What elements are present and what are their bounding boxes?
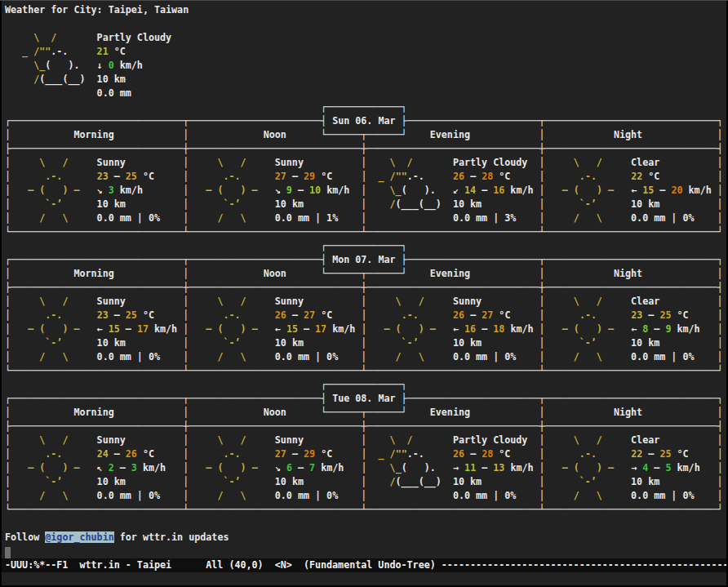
- emacs-buffer[interactable]: Weather for City: Taipei, Taiwan \ / Par…: [2, 1, 726, 558]
- text-run: ──────────────────────────────: [545, 282, 717, 293]
- text-run: °C │: [493, 309, 544, 321]
- text-run: 16: [464, 323, 476, 335]
- text-run: °C │: [315, 448, 366, 460]
- text-run: `-’: [545, 198, 597, 210]
- text-run: km/h │: [504, 462, 544, 474]
- text-run: ──────────────────────────────: [545, 115, 717, 127]
- text-run: ┴: [539, 365, 544, 376]
- text-run: 10 km │: [241, 476, 367, 487]
- text-run: │: [114, 268, 264, 279]
- page-title: Weather for City: Taipei, Taiwan: [5, 4, 189, 16]
- text-run: 0.0 mm | 0% │: [366, 490, 544, 501]
- text-run: \ /: [11, 157, 68, 168]
- text-run: for wttr.in updates: [114, 531, 229, 543]
- text-run: 10 km │: [419, 337, 545, 349]
- text-run: ↘: [258, 462, 286, 474]
- text-run: /: [366, 476, 395, 487]
- terminal-line: │ \ / Sunny │ \ / Sunny │ \ / Partly Clo…: [5, 434, 726, 447]
- text-run: ― ( ) ―: [189, 462, 257, 474]
- text-run: ― ( ) ―: [189, 185, 257, 196]
- text-run: [597, 448, 631, 460]
- text-run: │: [470, 407, 614, 418]
- text-run: 0.0 mm | 0% │: [246, 490, 367, 501]
- text-run: –: [109, 309, 126, 321]
- text-run: / \: [545, 351, 602, 362]
- text-run: Clear │: [602, 434, 723, 446]
- text-run: │: [5, 351, 11, 362]
- text-run: \ /: [366, 296, 424, 307]
- text-run: 0.0 mm | 0% │: [602, 351, 723, 362]
- text-run: °C │: [137, 171, 189, 182]
- text-run: ┤: [717, 420, 723, 432]
- text-run: 29: [304, 171, 315, 182]
- text-run: ― ( ) ―: [189, 323, 257, 335]
- text-run: \ /: [366, 434, 412, 446]
- terminal-line: _ /"".-. 21 °C: [5, 45, 726, 59]
- text-run: `-’: [366, 337, 418, 349]
- text-run: │: [5, 448, 11, 460]
- forecast-date: Tue 08. Mar: [326, 393, 401, 404]
- text-run: ──────────────────────────────: [11, 226, 183, 238]
- text-run: 10: [309, 185, 321, 196]
- text-run: ───────────────────────: [407, 254, 539, 265]
- text-run: \ /: [545, 296, 602, 307]
- text-run: └: [5, 226, 11, 238]
- text-run: km/h │: [315, 462, 366, 474]
- text-run: °C │: [672, 448, 723, 460]
- text-run: km/h │: [326, 323, 366, 335]
- text-run: ──────────────────────────────: [189, 143, 361, 154]
- terminal-line: │ `-’ 10 km │ `-’ 10 km │ /(___(__) 10 k…: [5, 198, 726, 211]
- text-run: `-’: [545, 337, 597, 349]
- text-run: ┼: [539, 143, 544, 154]
- text-run: ( ). ↙: [402, 185, 464, 196]
- text-run: 26: [126, 448, 137, 460]
- terminal-line: │ .-. 24 – 26 °C │ .-. 27 – 29 °C │ _ /"…: [5, 447, 726, 461]
- text-run: ( ). →: [402, 462, 464, 474]
- text-run: 0.0 mm | 0% │: [424, 351, 545, 362]
- text-cursor: [5, 547, 11, 558]
- text-run: / \: [366, 351, 424, 362]
- text-run: 11: [464, 462, 476, 474]
- text-run: └──────┬──────┘: [286, 407, 430, 418]
- text-run: 27: [275, 448, 286, 460]
- text-run: ───────────────────────: [189, 254, 321, 265]
- text-run: \ /: [189, 157, 246, 168]
- text-run: –: [648, 462, 665, 474]
- text-run: 15: [109, 323, 120, 335]
- text-run: \_: [366, 185, 401, 196]
- text-run: \ /: [189, 434, 246, 446]
- text-run: °C │: [315, 309, 366, 321]
- text-run: ┘: [717, 504, 723, 515]
- text-run: \_: [366, 462, 401, 474]
- text-run: ― ( ) ―: [545, 462, 614, 474]
- text-run: km/h │: [504, 323, 544, 335]
- text-run: Partly Cloudy │: [413, 157, 545, 168]
- text-run: ───────────────────────: [407, 115, 539, 127]
- text-run: ├: [402, 254, 407, 265]
- igor-chubin-link[interactable]: @igor_chubin: [45, 531, 113, 543]
- text-run: ― ( ) ―: [11, 462, 79, 474]
- text-run: `-’: [11, 337, 62, 349]
- text-run: ←: [80, 323, 109, 335]
- text-run: 10 km │: [241, 198, 367, 210]
- text-run: ──────────────────────────────: [11, 143, 183, 154]
- text-run: ──────────────────────────────: [545, 226, 717, 238]
- text-run: [5, 87, 97, 99]
- text-run: │: [642, 268, 723, 279]
- text-run: 2: [109, 462, 114, 474]
- text-run: ├: [402, 115, 407, 127]
- terminal-line: [5, 17, 726, 31]
- text-run: 18: [493, 323, 504, 335]
- text-run: °C │: [137, 309, 189, 321]
- text-run: 25: [659, 309, 671, 321]
- text-run: [5, 379, 321, 390]
- terminal-line: ┌─────────────┐: [5, 239, 726, 253]
- text-run: ←: [436, 323, 464, 335]
- text-run: / \: [189, 490, 246, 501]
- text-run: ┴: [539, 226, 544, 238]
- text-run: ├: [402, 393, 407, 404]
- text-run: │: [114, 407, 264, 418]
- text-run: └──────┬──────┘: [286, 129, 430, 140]
- terminal-line: 0.0 mm: [5, 87, 726, 100]
- text-run: 10 km │: [597, 198, 723, 210]
